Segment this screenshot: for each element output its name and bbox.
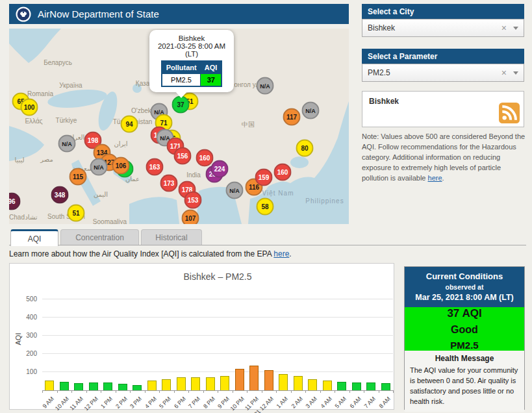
map-marker[interactable]: N/A <box>302 102 320 119</box>
observed-at-label: observed at <box>407 283 522 291</box>
map-country-label: Türkiye <box>56 117 77 124</box>
chevron-down-icon[interactable] <box>513 71 518 75</box>
chart-x-label: 9 AM <box>42 395 56 410</box>
chart-bar <box>45 381 54 390</box>
chart-gridline <box>42 299 393 299</box>
chart-bar <box>147 381 157 390</box>
chart-x-label: 2 PM <box>114 395 129 410</box>
chart-x-tick <box>57 390 58 393</box>
map-country-label: ايران <box>114 140 127 147</box>
chart-x-tick <box>379 390 379 393</box>
map-country-label: اليمن <box>94 191 108 198</box>
map-marker[interactable]: 107 <box>182 210 199 225</box>
page: AirNow Department of State БеларусьУкраї… <box>0 0 532 413</box>
chart-bar <box>118 384 127 390</box>
chart-bar <box>133 385 142 390</box>
chart-gridline <box>42 371 393 372</box>
chevron-down-icon[interactable] <box>513 27 518 30</box>
map-marker[interactable]: 160 <box>196 149 214 167</box>
popup-col-aqi: AQI <box>201 61 222 74</box>
map-marker[interactable]: 153 <box>184 192 202 209</box>
map-marker[interactable]: 96 <box>9 193 21 210</box>
chart-x-tick <box>71 390 72 393</box>
chart-y-tick: 100 <box>15 368 37 375</box>
chart-x-tick <box>291 390 292 393</box>
map-country-label: Soomaaliya <box>93 218 127 225</box>
map-marker[interactable]: 348 <box>51 186 69 204</box>
aqi-pollutant: PM2.5 <box>405 340 524 351</box>
chart-x-label: 6 PM <box>173 395 187 410</box>
city-select[interactable]: Bishkek × <box>362 19 524 37</box>
map-marker[interactable]: 156 <box>174 147 192 165</box>
chart-bar <box>352 382 361 390</box>
current-conditions-header: Current Conditions observed at Mar 25, 2… <box>405 267 524 307</box>
map-marker[interactable]: 58 <box>257 198 274 216</box>
learn-more-suffix: . <box>289 249 291 258</box>
chart-bar <box>191 377 200 390</box>
tabs-divider <box>9 245 526 245</box>
app-header: AirNow Department of State <box>9 4 349 24</box>
map-marker[interactable]: 224 <box>211 160 229 178</box>
chart-x-tick <box>116 390 116 393</box>
current-conditions-panel: Current Conditions observed at Mar 25, 2… <box>404 266 525 410</box>
tab-aqi[interactable]: AQI <box>10 229 58 246</box>
chart-x-label: 6 AM <box>348 395 362 410</box>
tab-concentration[interactable]: Concentration <box>60 229 139 245</box>
feed-box: Bishkek <box>362 91 524 127</box>
map-marker[interactable]: N/A <box>58 135 76 153</box>
map-country-label: Ελλάς <box>25 118 42 125</box>
chart-bar <box>366 382 375 390</box>
select-parameter-header: Select a Parameter <box>362 49 524 64</box>
map-marker[interactable]: 94 <box>121 116 138 133</box>
chart-x-tick <box>305 390 306 393</box>
map-marker[interactable]: 117 <box>283 108 301 126</box>
map-marker[interactable]: 160 <box>274 164 292 181</box>
map[interactable]: БеларусьУкраїнаRomaniaΕλλάςTürkiyeҚазақс… <box>9 29 349 224</box>
map-marker[interactable]: N/A <box>226 182 244 199</box>
chart-x-label: 3 AM <box>305 395 319 410</box>
clear-parameter-icon[interactable]: × <box>501 68 507 78</box>
chart-panel: Bishkek – PM2.5 AQI 100200300400500 9 AM… <box>9 263 394 410</box>
popup-pollutant-value: PM2.5 <box>162 74 201 87</box>
map-marker[interactable]: N/A <box>90 158 108 176</box>
map-marker[interactable]: 163 <box>146 158 164 176</box>
chart-x-tick <box>174 390 175 393</box>
map-marker[interactable]: N/A <box>257 77 274 95</box>
clear-city-icon[interactable]: × <box>501 23 507 33</box>
chart-bar <box>235 369 244 390</box>
chart-x-tick <box>364 390 364 393</box>
health-message-text: The AQI value for your community is betw… <box>410 365 519 407</box>
map-marker[interactable]: 173 <box>160 175 178 192</box>
chart-plot: 9 AM10 AM11 AM12 PM1 PM2 PM3 PM4 PM5 PM6… <box>42 293 393 391</box>
chart-bar <box>89 382 98 390</box>
chart-bar <box>337 382 346 390</box>
chart-x-label: 4 PM <box>144 395 158 410</box>
map-marker[interactable]: 106 <box>112 157 130 175</box>
chart-x-label: 8 PM <box>202 395 216 410</box>
parameter-select[interactable]: PM2.5 × <box>362 64 524 82</box>
chart-x-label: 8 AM <box>377 395 392 410</box>
note-here-link[interactable]: here <box>428 174 442 182</box>
map-marker[interactable]: 37 <box>172 96 190 114</box>
map-marker[interactable]: 159 <box>255 169 273 186</box>
app-title: AirNow Department of State <box>38 8 159 19</box>
chart-x-label: 7 AM <box>363 395 377 410</box>
map-marker[interactable]: 115 <box>70 168 87 186</box>
map-marker[interactable]: 80 <box>296 140 314 157</box>
map-marker[interactable]: 51 <box>68 205 85 222</box>
rss-icon[interactable] <box>499 103 520 126</box>
city-select-value: Bishkek <box>368 23 501 32</box>
chart-bar <box>103 382 112 390</box>
tab-historical[interactable]: Historical <box>141 229 202 245</box>
select-city-header: Select a City <box>362 4 524 19</box>
health-message-block: Health Message The AQI value for your co… <box>405 351 524 412</box>
feed-city-label: Bishkek <box>369 97 399 106</box>
map-marker[interactable]: 100 <box>21 99 38 116</box>
map-popup: Bishkek 2021-03-25 8:00 AM (LT) Pollutan… <box>149 30 234 92</box>
chart-x-tick <box>188 390 189 393</box>
learn-more-here-link[interactable]: here <box>273 249 289 258</box>
chart-x-tick <box>159 390 160 393</box>
chart-x-label: 5 AM <box>334 395 348 410</box>
chart-x-tick <box>101 390 101 393</box>
popup-table: Pollutant AQI PM2.5 37 <box>161 60 223 87</box>
